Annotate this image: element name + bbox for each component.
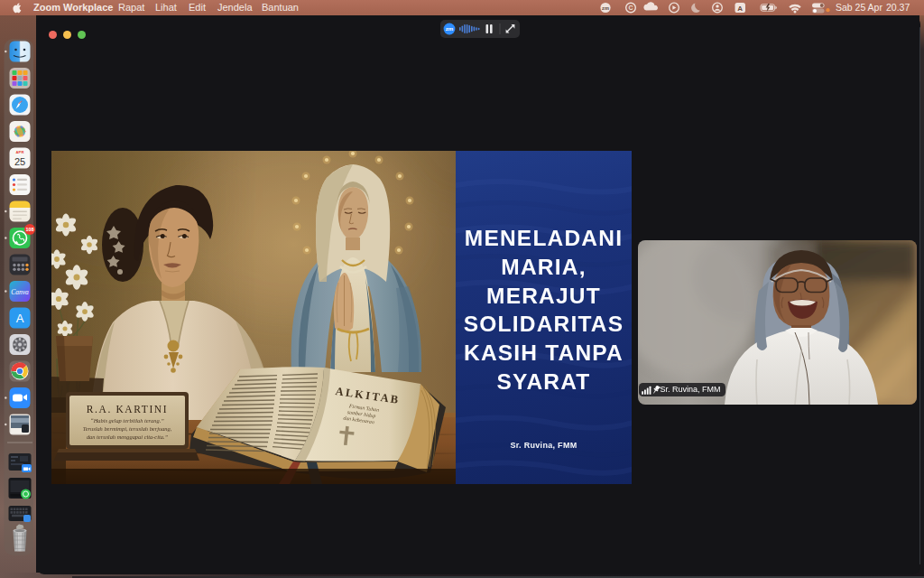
svg-text:zm: zm	[602, 5, 609, 11]
svg-text:25: 25	[14, 156, 25, 167]
svg-text:Canva: Canva	[11, 288, 29, 296]
svg-text:Sab 25 Apr: Sab 25 Apr	[836, 2, 882, 13]
svg-text:zm: zm	[446, 25, 454, 32]
svg-text:20.37: 20.37	[886, 2, 910, 13]
svg-text:A: A	[737, 5, 743, 13]
svg-text:A: A	[16, 312, 24, 325]
svg-text:APR: APR	[16, 150, 24, 154]
svg-text:108: 108	[26, 227, 34, 232]
svg-text:C: C	[628, 5, 633, 11]
